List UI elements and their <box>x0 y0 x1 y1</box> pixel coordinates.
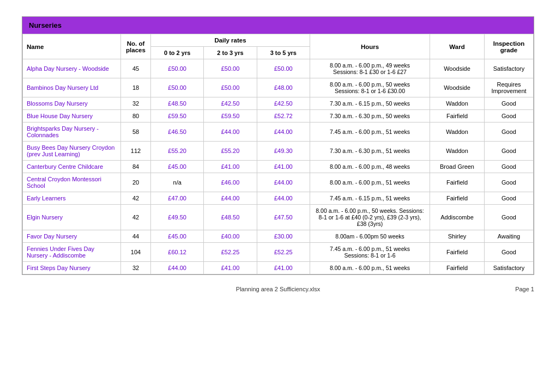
table-row: Early Learners 42 £47.00 £44.00 £44.00 7… <box>23 192 534 205</box>
cell-inspection: Requires Improvement <box>485 78 534 97</box>
cell-rate-0-2: £60.12 <box>151 243 204 262</box>
cell-inspection: Satisfactory <box>485 59 534 78</box>
cell-name[interactable]: Favor Day Nursery <box>23 230 121 243</box>
cell-rate-2-3: £42.50 <box>204 97 257 110</box>
cell-ward: Fairfield <box>430 262 485 274</box>
cell-places: 18 <box>121 78 151 97</box>
cell-inspection: Good <box>485 110 534 122</box>
cell-rate-0-2: £44.00 <box>151 262 204 274</box>
cell-hours: 8.00 a.m. - 6.00 p.m., 51 weeks <box>310 262 430 274</box>
cell-rate-2-3: £48.50 <box>204 205 257 230</box>
cell-hours: 7.30 a.m. - 6.30 p.m., 51 weeks <box>310 142 430 161</box>
cell-ward: Fairfield <box>430 173 485 192</box>
cell-places: 42 <box>121 192 151 205</box>
cell-hours: 8.00am - 6.00pm 50 weeks <box>310 230 430 243</box>
col-inspection: Inspection grade <box>485 34 534 59</box>
table-row: First Steps Day Nursery 32 £44.00 £41.00… <box>23 262 534 274</box>
cell-rate-2-3: £50.00 <box>204 59 257 78</box>
cell-rate-0-2: £50.00 <box>151 59 204 78</box>
cell-rate-0-2: £49.50 <box>151 205 204 230</box>
table-row: Central Croydon Montessori School 20 n/a… <box>23 173 534 192</box>
cell-ward: Waddon <box>430 97 485 110</box>
cell-name[interactable]: Busy Bees Day Nursery Croydon (prev Just… <box>23 142 121 161</box>
cell-rate-3-5: £49.30 <box>257 142 310 161</box>
cell-name[interactable]: Blossoms Day Nursery <box>23 97 121 110</box>
cell-name[interactable]: Early Learners <box>23 192 121 205</box>
cell-inspection: Good <box>485 122 534 142</box>
cell-places: 20 <box>121 173 151 192</box>
cell-name[interactable]: Blue House Day Nursery <box>23 110 121 122</box>
header-row-1: Name No. of places Daily rates Hours War… <box>23 34 534 47</box>
cell-ward: Fairfield <box>430 192 485 205</box>
cell-rate-2-3: £44.00 <box>204 192 257 205</box>
cell-ward: Fairfield <box>430 243 485 262</box>
cell-inspection: Good <box>485 173 534 192</box>
cell-rate-2-3: £44.00 <box>204 122 257 142</box>
cell-name[interactable]: Fennies Under Fives Day Nursery - Addisc… <box>23 243 121 262</box>
cell-rate-3-5: £42.50 <box>257 97 310 110</box>
cell-name[interactable]: Bambinos Day Nursery Ltd <box>23 78 121 97</box>
cell-hours: 7.30 a.m. - 6.30 p.m., 50 weeks <box>310 110 430 122</box>
cell-ward: Woodside <box>430 78 485 97</box>
cell-hours: 7.30 a.m. - 6.15 p.m., 50 weeks <box>310 97 430 110</box>
table-row: Elgin Nursery 42 £49.50 £48.50 £47.50 8.… <box>23 205 534 230</box>
cell-name[interactable]: Central Croydon Montessori School <box>23 173 121 192</box>
cell-name[interactable]: Brightsparks Day Nursery - Colonnades <box>23 122 121 142</box>
cell-hours: 8.00 a.m. - 6.00 p.m., 49 weeks Sessions… <box>310 59 430 78</box>
cell-ward: Woodside <box>430 59 485 78</box>
cell-rate-2-3: £40.00 <box>204 230 257 243</box>
cell-hours: 8.00 a.m. - 6.00 p.m., 51 weeks <box>310 173 430 192</box>
cell-places: 42 <box>121 205 151 230</box>
cell-rate-2-3: £52.25 <box>204 243 257 262</box>
cell-rate-0-2: £47.00 <box>151 192 204 205</box>
cell-name[interactable]: Elgin Nursery <box>23 205 121 230</box>
footer-filename: Planning area 2 Sufficiency.xlsx <box>55 286 501 292</box>
table-row: Fennies Under Fives Day Nursery - Addisc… <box>23 243 534 262</box>
cell-rate-3-5: £44.00 <box>257 122 310 142</box>
cell-ward: Addiscombe <box>430 205 485 230</box>
cell-ward: Shirley <box>430 230 485 243</box>
col-name: Name <box>23 34 121 59</box>
cell-rate-3-5: £52.25 <box>257 243 310 262</box>
cell-places: 32 <box>121 97 151 110</box>
cell-rate-2-3: £55.20 <box>204 142 257 161</box>
cell-rate-3-5: £41.00 <box>257 262 310 274</box>
table-row: Alpha Day Nursery - Woodside 45 £50.00 £… <box>23 59 534 78</box>
col-ward: Ward <box>430 34 485 59</box>
cell-rate-3-5: £47.50 <box>257 205 310 230</box>
cell-ward: Waddon <box>430 142 485 161</box>
cell-rate-2-3: £50.00 <box>204 78 257 97</box>
cell-hours: 7.45 a.m. - 6.00 p.m., 51 weeks Sessions… <box>310 243 430 262</box>
cell-hours: 7.45 a.m. - 6.00 p.m., 51 weeks <box>310 122 430 142</box>
col-places: No. of places <box>121 34 151 59</box>
table-row: Blossoms Day Nursery 32 £48.50 £42.50 £4… <box>23 97 534 110</box>
cell-rate-3-5: £30.00 <box>257 230 310 243</box>
cell-name[interactable]: Alpha Day Nursery - Woodside <box>23 59 121 78</box>
cell-inspection: Good <box>485 243 534 262</box>
cell-inspection: Good <box>485 142 534 161</box>
table-wrapper: Nurseries Name No. of places Daily rates… <box>22 16 534 275</box>
cell-rate-0-2: £59.50 <box>151 110 204 122</box>
table-row: Bambinos Day Nursery Ltd 18 £50.00 £50.0… <box>23 78 534 97</box>
nurseries-table: Name No. of places Daily rates Hours War… <box>22 34 534 274</box>
cell-places: 44 <box>121 230 151 243</box>
table-row: Favor Day Nursery 44 £45.00 £40.00 £30.0… <box>23 230 534 243</box>
cell-places: 45 <box>121 59 151 78</box>
cell-rate-2-3: £46.00 <box>204 173 257 192</box>
cell-name[interactable]: Canterbury Centre Childcare <box>23 161 121 173</box>
col-daily-rates: Daily rates <box>151 34 310 47</box>
table-row: Busy Bees Day Nursery Croydon (prev Just… <box>23 142 534 161</box>
cell-places: 104 <box>121 243 151 262</box>
footer-page: Page 1 <box>501 286 534 292</box>
cell-rate-3-5: £41.00 <box>257 161 310 173</box>
table-title: Nurseries <box>22 17 534 34</box>
cell-hours: 7.45 a.m. - 6.15 p.m., 51 weeks <box>310 192 430 205</box>
cell-rate-0-2: £55.20 <box>151 142 204 161</box>
table-row: Blue House Day Nursery 80 £59.50 £59.50 … <box>23 110 534 122</box>
cell-rate-0-2: n/a <box>151 173 204 192</box>
cell-rate-2-3: £41.00 <box>204 161 257 173</box>
col-hours: Hours <box>310 34 430 59</box>
cell-name[interactable]: First Steps Day Nursery <box>23 262 121 274</box>
col-3-5: 3 to 5 yrs <box>257 47 310 59</box>
cell-rate-3-5: £48.00 <box>257 78 310 97</box>
